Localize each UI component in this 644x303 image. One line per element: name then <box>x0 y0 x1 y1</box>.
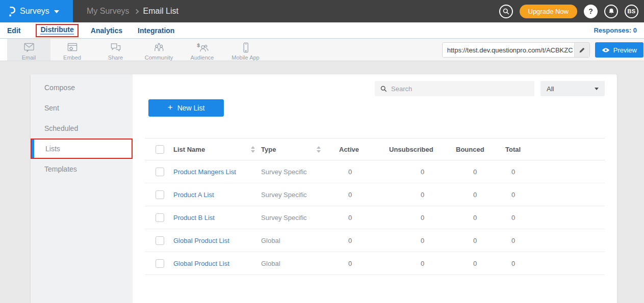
community-icon <box>152 42 166 53</box>
question-mark-icon: ? <box>588 7 593 15</box>
sidebar-item-sent[interactable]: Sent <box>31 98 133 118</box>
table-row: Product Mangers List Survey Specific 0 0… <box>145 160 605 183</box>
tool-community[interactable]: Community <box>137 39 181 61</box>
list-filters: All <box>145 81 605 96</box>
tool-audience[interactable]: $ Audience <box>181 39 224 61</box>
sidebar-item-sent-label: Sent <box>44 104 59 112</box>
row-checkbox[interactable] <box>156 213 164 222</box>
tab-analytics[interactable]: Analytics <box>91 26 122 35</box>
eye-icon <box>602 47 610 53</box>
row-checkbox[interactable] <box>156 259 164 268</box>
tool-share-label: Share <box>108 54 123 61</box>
search-input[interactable] <box>391 85 529 93</box>
select-all-checkbox[interactable] <box>156 145 164 154</box>
column-list-name: List Name <box>173 146 205 153</box>
tool-email[interactable]: Email <box>7 39 50 61</box>
pencil-icon <box>579 47 585 53</box>
sort-icon[interactable] <box>251 146 255 153</box>
bounced-count: 0 <box>456 237 505 244</box>
column-unsubscribed: Unsubscribed <box>389 146 456 153</box>
upgrade-now-button[interactable]: Upgrade Now <box>520 5 578 18</box>
sidebar-item-scheduled[interactable]: Scheduled <box>31 118 133 139</box>
sidebar-item-templates[interactable]: Templates <box>31 159 133 179</box>
email-sidebar: Compose Sent Scheduled Lists Templates <box>31 74 133 303</box>
total-count: 0 <box>505 191 605 199</box>
tool-embed-label: Embed <box>63 54 81 61</box>
product-name: Surveys <box>20 7 49 16</box>
sidebar-item-lists[interactable]: Lists <box>31 139 133 159</box>
list-type: Global <box>261 237 280 244</box>
list-type-filter[interactable]: All <box>540 81 605 96</box>
list-type-filter-value: All <box>547 85 554 93</box>
row-checkbox[interactable] <box>156 190 164 199</box>
bounced-count: 0 <box>456 260 505 267</box>
share-icon <box>110 42 122 53</box>
row-checkbox[interactable] <box>156 168 164 176</box>
tab-edit[interactable]: Edit <box>7 26 20 35</box>
row-checkbox[interactable] <box>156 236 164 245</box>
toolbar-right-actions: Preview <box>442 42 643 58</box>
search-icon <box>503 8 509 15</box>
breadcrumb-parent[interactable]: My Surveys <box>87 7 130 16</box>
responses-count[interactable]: Responses: 0 <box>594 26 637 34</box>
distribute-annotation-box: Distribute <box>36 24 78 37</box>
tool-audience-label: Audience <box>191 54 214 61</box>
breadcrumb-current: Email List <box>143 7 178 16</box>
table-header-row: List Name Type Active Unsubscribed Bounc… <box>145 138 605 160</box>
notifications-button[interactable] <box>604 5 618 18</box>
list-name-link[interactable]: Global Product List <box>173 260 229 267</box>
product-switcher[interactable]: Surveys <box>0 0 73 22</box>
list-type: Survey Specific <box>261 191 307 199</box>
bounced-count: 0 <box>456 168 505 176</box>
plus-icon: + <box>168 102 173 113</box>
tab-integration[interactable]: Integration <box>138 26 174 35</box>
distribute-toolbar: Email Embed Share Community $ <box>0 39 644 61</box>
sidebar-item-compose[interactable]: Compose <box>31 77 133 98</box>
new-list-label: New List <box>177 104 205 112</box>
breadcrumb: My Surveys Email List <box>87 7 178 16</box>
active-count: 0 <box>339 168 389 176</box>
table-row: Product B List Survey Specific 0 0 0 0 <box>145 206 605 229</box>
list-name-link[interactable]: Product Mangers List <box>173 168 236 176</box>
audience-icon: $ <box>196 42 209 53</box>
survey-url-input[interactable] <box>443 43 574 57</box>
tab-distribute[interactable]: Distribute <box>40 25 73 35</box>
embed-icon <box>66 42 79 53</box>
active-count: 0 <box>339 237 389 244</box>
list-name-link[interactable]: Global Product List <box>173 237 229 244</box>
list-name-link[interactable]: Product B List <box>173 214 215 222</box>
total-count: 0 <box>505 168 605 176</box>
new-list-button[interactable]: + New List <box>148 99 224 117</box>
tool-share[interactable]: Share <box>94 39 137 61</box>
bell-icon <box>608 8 615 15</box>
sidebar-item-lists-label: Lists <box>45 145 60 153</box>
unsubscribed-count: 0 <box>389 168 456 176</box>
edit-url-button[interactable] <box>574 43 589 57</box>
search-box <box>375 81 534 96</box>
lists-table: List Name Type Active Unsubscribed Bounc… <box>145 138 605 275</box>
chevron-down-icon <box>54 10 59 13</box>
user-avatar[interactable]: BS <box>625 5 638 18</box>
tool-embed[interactable]: Embed <box>50 39 94 61</box>
search-button[interactable] <box>499 5 513 18</box>
total-count: 0 <box>505 260 605 267</box>
list-type: Survey Specific <box>261 214 307 222</box>
column-active: Active <box>339 146 389 153</box>
active-count: 0 <box>339 214 389 222</box>
tool-community-label: Community <box>145 54 173 61</box>
tool-email-label: Email <box>22 54 36 61</box>
sidebar-item-templates-label: Templates <box>44 165 77 173</box>
bounced-count: 0 <box>456 214 505 222</box>
help-button[interactable]: ? <box>584 5 598 18</box>
sort-icon[interactable] <box>317 146 321 153</box>
list-type: Survey Specific <box>261 168 307 176</box>
tool-mobile-app[interactable]: Mobile App <box>224 39 267 61</box>
email-icon <box>23 42 35 53</box>
total-count: 0 <box>505 237 605 244</box>
preview-button[interactable]: Preview <box>595 42 643 58</box>
mobile-app-icon <box>240 42 252 53</box>
list-name-link[interactable]: Product A List <box>173 191 214 199</box>
active-count: 0 <box>339 191 389 199</box>
unsubscribed-count: 0 <box>389 237 456 244</box>
table-row: Global Product List Global 0 0 0 0 <box>145 252 605 275</box>
